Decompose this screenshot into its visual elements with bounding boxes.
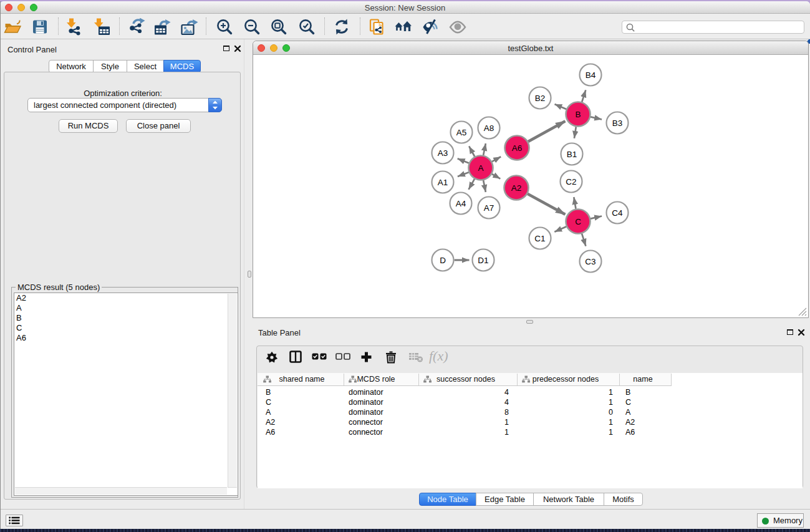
svg-text:A6: A6 [512, 143, 523, 153]
svg-text:A: A [478, 163, 483, 173]
svg-text:D1: D1 [478, 256, 488, 265]
svg-text:C1: C1 [534, 234, 545, 243]
svg-text:B: B [575, 110, 581, 119]
svg-text:A1: A1 [438, 178, 448, 187]
svg-text:C3: C3 [585, 257, 595, 266]
svg-text:A4: A4 [456, 199, 466, 208]
svg-text:B2: B2 [535, 94, 546, 103]
svg-text:A5: A5 [456, 128, 467, 137]
svg-text:B1: B1 [567, 150, 577, 159]
svg-text:C4: C4 [612, 208, 623, 218]
svg-text:C2: C2 [566, 177, 576, 186]
svg-text:A2: A2 [511, 183, 522, 193]
svg-text:D: D [440, 256, 446, 265]
svg-text:A8: A8 [484, 123, 494, 133]
svg-text:C: C [575, 217, 581, 226]
svg-text:A7: A7 [484, 203, 494, 213]
svg-text:B3: B3 [612, 118, 623, 128]
svg-text:B4: B4 [586, 70, 596, 80]
svg-text:A3: A3 [438, 148, 448, 158]
